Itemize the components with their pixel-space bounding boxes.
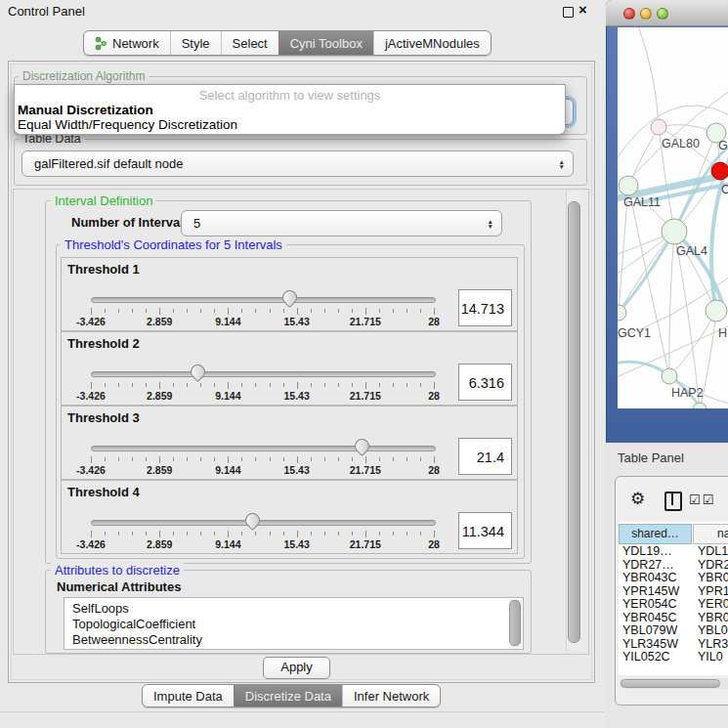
- algorithm-option-equal-width-frequency[interactable]: Equal Width/Frequency Discretization: [18, 117, 237, 132]
- threshold-value-field[interactable]: 21.4: [458, 438, 512, 475]
- table-row[interactable]: YDR27…YDR2: [619, 559, 728, 573]
- table-select-checkboxes-icon[interactable]: ☑☑: [689, 492, 715, 507]
- network-edge: [669, 232, 674, 376]
- table-settings-gear-icon[interactable]: ⚙: [630, 489, 645, 509]
- panel-bottom-divider: [0, 711, 604, 712]
- slider-tick-label: 28: [409, 316, 458, 327]
- cell-shared-name: YPR145W: [619, 585, 694, 599]
- attribute-list-item[interactable]: SelfLoops: [64, 601, 523, 617]
- network-node[interactable]: [618, 305, 626, 321]
- slider-minor-tick: [241, 309, 242, 313]
- tab-discretize-data[interactable]: Discretize Data: [234, 685, 342, 707]
- network-node-label: GCY1: [618, 326, 651, 340]
- thresholds-group-title: Threshold's Coordinates for 5 Intervals: [61, 237, 286, 252]
- slider-major-tick: [365, 308, 366, 315]
- slider-minor-tick: [255, 309, 256, 313]
- cell-name: YBL0: [694, 624, 728, 638]
- network-node[interactable]: [651, 119, 666, 135]
- threshold-slider-thumb[interactable]: [242, 510, 263, 531]
- slider-minor-tick: [379, 532, 380, 535]
- settings-scrollbar-thumb[interactable]: [568, 201, 580, 643]
- threshold-slider-thumb[interactable]: [188, 362, 208, 382]
- threshold-row-3: Threshold 3-3.4262.8599.14415.4321.71528…: [61, 406, 518, 480]
- zoom-window-icon[interactable]: [657, 8, 668, 20]
- numerical-attributes-list[interactable]: SelfLoopsTopologicalCoefficientBetweenne…: [64, 597, 524, 650]
- tab-impute-data[interactable]: Impute Data: [143, 685, 234, 707]
- slider-major-tick: [297, 382, 298, 389]
- table-data-select[interactable]: galFiltered.sif default node ▲▼: [21, 150, 574, 177]
- attributes-scrollbar-thumb[interactable]: [509, 600, 521, 646]
- slider-tick-label: -3.426: [66, 390, 115, 402]
- tab-network[interactable]: Network: [84, 31, 170, 55]
- threshold-value-field[interactable]: 6.316: [458, 364, 512, 401]
- tab-style[interactable]: Style: [170, 31, 221, 55]
- close-window-icon[interactable]: [623, 8, 635, 20]
- network-node[interactable]: [711, 162, 728, 180]
- slider-minor-tick: [270, 457, 271, 461]
- number-of-intervals-value: 5: [193, 211, 200, 236]
- threshold-slider-track[interactable]: [91, 297, 436, 303]
- threshold-slider-track[interactable]: [91, 371, 436, 377]
- network-canvas[interactable]: GAL80GCGAL11GAL4GCY1HHAP2: [618, 27, 728, 408]
- slider-minor-tick: [105, 457, 106, 461]
- threshold-slider-track[interactable]: [91, 520, 436, 526]
- slider-tick-label: 21.715: [341, 390, 390, 402]
- table-row[interactable]: YER054CYER0: [619, 598, 728, 612]
- table-horizontal-scrollbar-thumb[interactable]: [621, 679, 720, 688]
- network-node[interactable]: [706, 300, 727, 321]
- network-node[interactable]: [662, 219, 687, 244]
- tab-cyni-toolbox[interactable]: Cyni Toolbox: [278, 31, 373, 55]
- slider-minor-tick: [241, 383, 242, 387]
- slider-minor-tick: [352, 532, 353, 535]
- tab-label: Infer Network: [354, 689, 429, 704]
- slider-minor-tick: [132, 457, 133, 461]
- cell-shared-name: YDL19…: [619, 545, 694, 559]
- algorithm-option-manual-discretization[interactable]: Manual Discretization: [18, 103, 153, 117]
- tab-infer-network[interactable]: Infer Network: [342, 685, 440, 707]
- attributes-scrollbar[interactable]: [510, 599, 522, 648]
- close-panel-icon[interactable]: ×: [578, 1, 587, 18]
- threshold-slider-thumb[interactable]: [352, 436, 372, 456]
- network-node[interactable]: [662, 368, 677, 384]
- slider-minor-tick: [118, 383, 119, 387]
- slider-major-tick: [365, 531, 366, 537]
- table-row[interactable]: YIL052CYIL0: [619, 651, 728, 661]
- table-row[interactable]: YBL079WYBL0: [619, 624, 728, 638]
- threshold-slider-track[interactable]: [91, 446, 436, 451]
- panel-title: Control Panel: [8, 4, 85, 19]
- network-node-label: HAP2: [671, 386, 704, 400]
- table-row[interactable]: YBR043CYBR0: [619, 572, 728, 585]
- table-panel-title: Table Panel: [618, 450, 684, 465]
- float-panel-icon[interactable]: [563, 7, 574, 18]
- slider-minor-tick: [283, 383, 284, 387]
- column-header-shared-name[interactable]: shared…: [619, 524, 692, 544]
- table-row[interactable]: YPR145WYPR1: [619, 585, 728, 599]
- minimize-window-icon[interactable]: [640, 8, 652, 20]
- slider-tick-label: 15.43: [273, 390, 321, 402]
- attribute-list-item[interactable]: BetweennessCentrality: [64, 632, 523, 648]
- tab-jactivemnodules[interactable]: jActiveMNodules: [373, 31, 491, 55]
- slider-minor-tick: [393, 309, 394, 313]
- cell-name: YDR2: [694, 559, 728, 573]
- table-row[interactable]: YBR045CYBR0: [619, 612, 728, 625]
- slider-major-tick: [91, 308, 92, 315]
- slider-major-tick: [159, 456, 160, 463]
- table-columns-icon[interactable]: [664, 492, 682, 511]
- tab-select[interactable]: Select: [221, 31, 278, 55]
- apply-button[interactable]: Apply: [263, 657, 330, 679]
- threshold-value-field[interactable]: 14.713: [458, 289, 512, 326]
- attribute-list-item[interactable]: TopologicalCoefficient: [64, 617, 523, 632]
- table-row[interactable]: YLR345WYLR3: [619, 638, 728, 652]
- table-horizontal-scrollbar[interactable]: [620, 678, 728, 689]
- table-data-selected-value: galFiltered.sif default node: [34, 151, 183, 176]
- slider-minor-tick: [324, 532, 325, 535]
- number-of-intervals-select[interactable]: 5 ▲▼: [181, 210, 502, 236]
- network-node[interactable]: [693, 403, 707, 408]
- threshold-value-field[interactable]: 11.344: [458, 512, 512, 549]
- table-row[interactable]: YDL19…YDL1: [619, 545, 728, 559]
- tab-label: Network: [112, 36, 159, 51]
- threshold-slider-thumb[interactable]: [278, 287, 299, 308]
- network-node[interactable]: [619, 176, 638, 195]
- column-header-name[interactable]: na: [693, 524, 728, 544]
- cell-name: YIL0: [694, 651, 723, 661]
